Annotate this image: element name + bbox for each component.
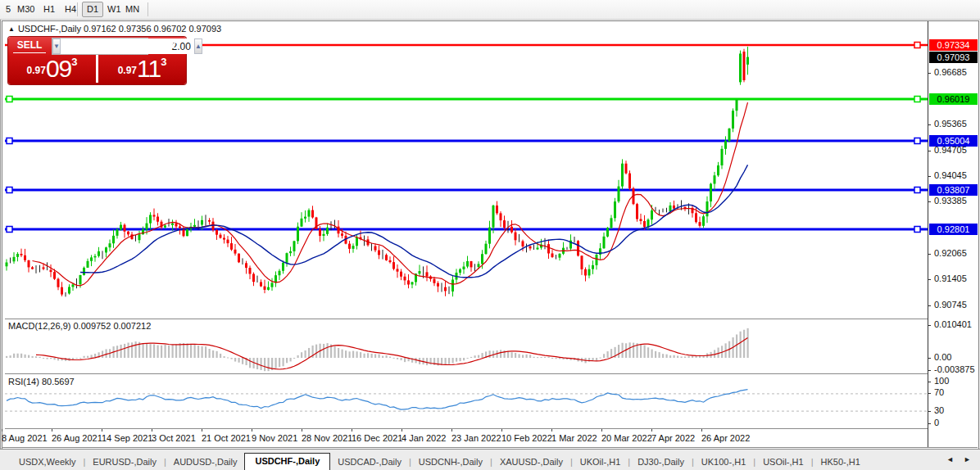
macd-histogram-bar [212, 350, 214, 358]
macd-rsi-splitter[interactable] [5, 373, 928, 374]
tab-usdcnh-daily[interactable]: USDCNH-,Daily [411, 454, 490, 470]
tab-dj30-daily[interactable]: DJ30-,Daily [630, 454, 692, 470]
toolbar-separator [77, 2, 78, 16]
sell-button[interactable]: SELL [8, 37, 51, 54]
axis-tick-mark [928, 358, 931, 359]
level-marker-right[interactable] [914, 43, 920, 48]
macd-histogram-bar [238, 358, 240, 363]
candle-body [724, 141, 727, 149]
candle-body [252, 274, 255, 282]
tab-scroll-left-button[interactable]: ◄ [946, 455, 954, 463]
candle-body [392, 262, 395, 269]
candle-body [419, 271, 421, 273]
candle-body [397, 269, 399, 271]
macd-histogram-bar [261, 358, 262, 370]
candle-body [171, 224, 174, 225]
tab-audusd-daily[interactable]: AUDUSD-,Daily [166, 454, 245, 470]
level-marker-right[interactable] [914, 97, 920, 102]
level-marker-right[interactable] [914, 138, 920, 144]
level-marker-left[interactable] [7, 227, 12, 233]
tab-usoil-h1[interactable]: USOil-,H1 [755, 454, 811, 470]
tab-usdx-weekly[interactable]: USDX,Weekly [11, 454, 83, 470]
tab-xauusd-daily[interactable]: XAUUSD-,Daily [492, 454, 570, 470]
macd-histogram-bar [651, 350, 653, 358]
tab-scroll-right-button[interactable]: ► [964, 455, 971, 463]
date-tick-mark [52, 429, 52, 432]
timeframe-button-mn[interactable]: MN [121, 2, 143, 16]
level-marker-right[interactable] [914, 188, 920, 193]
candle-body [588, 269, 591, 276]
candle-body [20, 254, 23, 255]
macd-histogram-bar [91, 355, 93, 358]
sell-price-display[interactable]: 0.97093 [8, 55, 96, 84]
price-axis-label: 0.91405 [934, 273, 967, 283]
rsi-bottom-border [5, 428, 928, 429]
timeframe-button-d1[interactable]: D1 [82, 2, 103, 17]
level-marker-right[interactable] [914, 227, 920, 233]
tab-usdchf-daily[interactable]: USDCHF-,Daily [244, 453, 330, 470]
buy-price-display[interactable]: 0.97113 [98, 55, 186, 84]
macd-histogram-bar [84, 356, 85, 358]
macd-histogram-bar [43, 358, 44, 359]
price-badge-097093: 0.97093 [929, 52, 978, 63]
macd-histogram-bar [371, 354, 373, 358]
macd-histogram-bar [183, 343, 184, 358]
macd-histogram-bar [323, 344, 324, 358]
candle-body [702, 216, 705, 226]
macd-histogram-bar [175, 345, 177, 358]
macd-histogram-bar [268, 358, 270, 371]
macd-histogram-bar [474, 355, 476, 358]
date-tick-mark [352, 429, 352, 432]
macd-histogram-bar [544, 357, 546, 358]
timeframe-button-m30[interactable]: M30 [13, 2, 39, 16]
macd-histogram-bar [655, 351, 656, 358]
macd-histogram-bar [315, 345, 317, 358]
tab-usdcad-daily[interactable]: USDCAD-,Daily [330, 454, 409, 470]
candle-body [57, 279, 60, 287]
macd-histogram-bar [677, 355, 678, 358]
rsi-line [7, 390, 748, 410]
timeframe-button-h1[interactable]: H1 [39, 2, 59, 16]
candle-body [577, 241, 579, 255]
tab-eurusd-daily[interactable]: EURUSD-,Daily [85, 454, 164, 470]
level-marker-left[interactable] [7, 188, 12, 193]
tab-ukoil-h1[interactable]: UKOil-,H1 [573, 454, 628, 470]
main-macd-splitter[interactable] [5, 319, 928, 319]
macd-histogram-bar [445, 358, 447, 364]
macd-histogram-bar [308, 348, 310, 358]
macd-histogram-bar [10, 355, 11, 358]
tab-hk50-h1[interactable]: HK50-,H1 [814, 454, 868, 470]
candle-body [127, 232, 129, 235]
candle-body [407, 280, 410, 284]
price-badge-092801: 0.92801 [929, 224, 978, 235]
candle-body [643, 221, 646, 227]
date-label: 26 Apr 2022 [701, 433, 750, 443]
date-label: 7 Apr 2022 [651, 433, 695, 443]
macd-histogram-bar [209, 349, 211, 358]
candle-body [621, 164, 624, 187]
macd-histogram-bar [448, 358, 450, 364]
tab-uk100-h1[interactable]: UK100-,H1 [694, 454, 753, 470]
date-tick-mark [451, 429, 452, 432]
macd-histogram-bar [17, 354, 19, 358]
macd-histogram-bar [541, 357, 542, 358]
candle-body [636, 204, 638, 219]
candle-body [179, 227, 181, 228]
volume-increment-button[interactable]: ▲ [194, 38, 202, 54]
level-marker-left[interactable] [7, 138, 12, 144]
macd-histogram-bar [349, 351, 351, 358]
macd-histogram-bar [179, 343, 181, 358]
macd-histogram-bar [551, 358, 553, 359]
macd-histogram-bar [640, 345, 642, 358]
level-marker-left[interactable] [7, 97, 12, 102]
price-badge-097334: 0.97334 [929, 39, 978, 51]
candle-body [61, 287, 63, 295]
macd-histogram-bar [533, 357, 535, 358]
buy-button[interactable]: BUY [147, 37, 186, 54]
candle-body [728, 129, 731, 141]
volume-decrement-button[interactable]: ▼ [52, 38, 61, 54]
date-tick-mark [701, 429, 702, 432]
date-label: 28 Nov 2021 [302, 433, 352, 443]
macd-histogram-bar [150, 344, 152, 358]
candle-body [669, 206, 672, 211]
